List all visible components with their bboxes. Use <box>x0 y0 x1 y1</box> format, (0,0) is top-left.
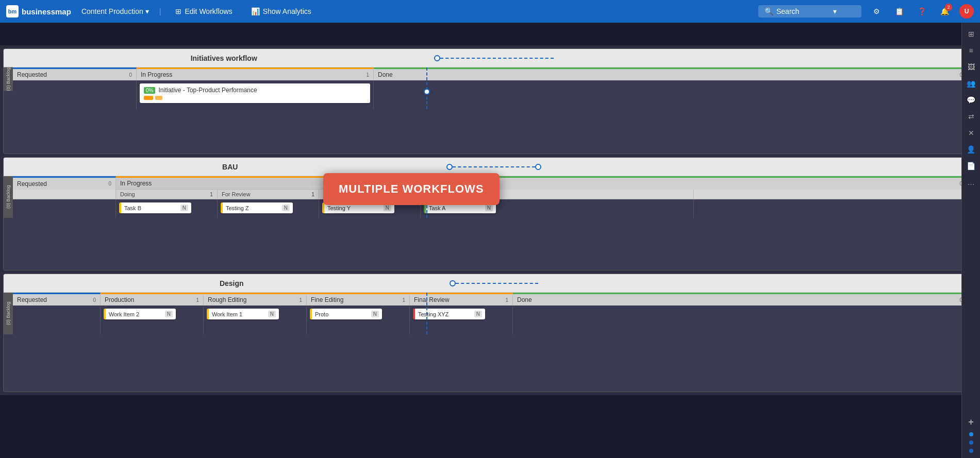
bau-done-header: Done 0 <box>420 176 967 190</box>
sidebar-person-icon[interactable]: 👤 <box>964 142 978 157</box>
show-analytics-button[interactable]: 📊 Show Analytics <box>247 5 315 18</box>
sidebar-more-icon[interactable]: … <box>964 175 978 190</box>
chevron-down-icon: ▾ <box>145 7 149 15</box>
sidebar-expand-icon[interactable]: ⊞ <box>964 27 978 41</box>
dot-orange <box>144 96 153 100</box>
show-analytics-label: Show Analytics <box>263 7 311 15</box>
grid-icon: ⊞ <box>175 7 181 15</box>
sidebar-transfer-icon[interactable]: ⇄ <box>964 109 978 124</box>
work-item-1-card[interactable]: Work Item 1 N <box>207 309 279 319</box>
wf-dashed-line <box>440 58 554 59</box>
testing-z-card[interactable]: Testing Z N <box>221 202 293 213</box>
design-fineediting-col: Proto N <box>307 306 410 334</box>
search-chevron: ▾ <box>833 7 837 15</box>
gear-icon: ⚙ <box>873 7 880 15</box>
design-workflow-title: Design <box>19 279 444 287</box>
initiatives-inprogress-header: In Progress 1 <box>137 67 374 80</box>
wf-circle-start <box>434 55 440 61</box>
sidebar-dot <box>969 440 973 445</box>
design-requested-header: Requested 0 <box>13 293 101 306</box>
clipboard-icon: 📋 <box>895 7 904 15</box>
initiatives-done-header: Done 0 <box>374 67 967 80</box>
sidebar-add-icon[interactable]: + <box>964 415 978 429</box>
design-fineediting-header: Fine Editing 1 <box>307 293 410 306</box>
initiatives-workflow-title: Initiatives workflow <box>19 54 429 62</box>
work-item-2-card[interactable]: Work Item 2 N <box>104 309 176 319</box>
settings-button[interactable]: ⚙ <box>869 4 884 19</box>
notifications-button[interactable]: 🔔 2 <box>937 4 952 19</box>
initiative-card[interactable]: 0% Initiative - Top-Product Performance <box>140 83 370 103</box>
sidebar-chat-icon[interactable]: 💬 <box>964 93 978 107</box>
logo-icon: bm <box>6 5 19 18</box>
sidebar-close-icon[interactable]: ✕ <box>964 126 978 140</box>
bau-wf-circle <box>446 164 453 170</box>
initiatives-requested-col <box>13 80 137 109</box>
dot-orange2 <box>155 96 162 100</box>
bau-requested-col <box>13 199 116 218</box>
analytics-icon: 📊 <box>251 7 260 15</box>
design-wf-circle <box>450 280 456 286</box>
design-backlog-label: (0) Backlog <box>4 293 13 334</box>
edit-workflows-label: Edit Workflows <box>185 7 232 15</box>
sidebar-dot2 <box>969 449 973 453</box>
top-navigation: bm businessmap Content Production ▾ | ⊞ … <box>0 0 980 23</box>
search-bar[interactable]: 🔍 Search ▾ <box>758 5 861 18</box>
nav-separator: | <box>159 7 161 15</box>
design-requested-col <box>13 306 101 334</box>
brand-logo[interactable]: bm businessmap <box>6 5 71 18</box>
design-production-header: Production 1 <box>101 293 204 306</box>
bau-doing-col: Task B N <box>116 199 218 218</box>
initiatives-line-circle <box>424 89 430 95</box>
task-b-card[interactable]: Task B N <box>119 202 191 213</box>
bau-forreview-subheader: For Review 1 <box>218 190 319 199</box>
bau-workflow-title: BAU <box>19 163 441 171</box>
bau-backlog-label: (0) Backlog <box>4 176 13 218</box>
initiative-title: Initiative - Top-Product Performance <box>158 87 257 94</box>
bau-forreview-col: Testing Z N <box>218 199 319 218</box>
sidebar-dot-active <box>969 432 973 436</box>
sidebar-people-icon[interactable]: 👥 <box>964 76 978 91</box>
progress-badge: 0% <box>144 87 155 94</box>
testing-xyz-card[interactable]: Testing XYZ N <box>413 309 485 319</box>
multiple-workflows-badge: MULTIPLE WORKFLOWS <box>323 173 500 205</box>
main-content: Initiatives workflow ⋮ (0) Backlog Reque… <box>0 45 980 395</box>
design-roughediting-header: Rough Editing 1 <box>204 293 307 306</box>
notification-badge: 2 <box>945 4 952 11</box>
initiatives-done-col <box>374 80 967 109</box>
bau-doing-subheader: Doing 1 <box>116 190 218 199</box>
brand-name: businessmap <box>22 7 71 16</box>
search-placeholder: Search <box>776 7 799 15</box>
nav-right: 🔍 Search ▾ ⚙ 📋 ❓ 🔔 2 U <box>758 4 974 19</box>
sidebar-image-icon[interactable]: 🖼 <box>964 60 978 74</box>
bau-wf-dashed <box>453 166 535 167</box>
design-production-col: Work Item 2 N <box>101 306 204 334</box>
initiatives-requested-header: Requested 0 <box>13 67 137 80</box>
workspace-dropdown[interactable]: Content Production ▾ <box>81 7 149 15</box>
edit-workflows-button[interactable]: ⊞ Edit Workflows <box>171 5 236 18</box>
initiatives-workflow-header: Initiatives workflow ⋮ <box>4 49 976 67</box>
initiatives-inprogress-col: 0% Initiative - Top-Product Performance <box>137 80 374 109</box>
bau-wf-circle2 <box>535 164 541 170</box>
design-roughediting-col: Work Item 1 N <box>204 306 307 334</box>
bau-done-col <box>694 199 967 218</box>
proto-card[interactable]: Proto N <box>310 309 382 319</box>
help-icon: ❓ <box>918 7 926 15</box>
sidebar-list-icon[interactable]: ≡ <box>964 43 978 58</box>
bau-requested-header: Requested 0 <box>13 176 116 190</box>
bau-workflow-section: BAU ⋮ MULTIPLE WORKFLOWS (0) Backlog <box>3 157 977 270</box>
initiatives-backlog-label: (0) Backlog <box>4 67 13 91</box>
multiple-workflows-text: MULTIPLE WORKFLOWS <box>339 182 484 195</box>
user-avatar[interactable]: U <box>959 4 974 19</box>
initiatives-workflow-section: Initiatives workflow ⋮ (0) Backlog Reque… <box>3 48 977 154</box>
design-wf-dashed <box>456 283 538 284</box>
right-sidebar: ⊞ ≡ 🖼 👥 💬 ⇄ ✕ 👤 📄 … + <box>961 23 980 458</box>
design-finalreview-col: Testing XYZ N <box>410 306 513 334</box>
clipboard-button[interactable]: 📋 <box>891 4 907 19</box>
design-done-col <box>513 306 967 334</box>
workspace-name: Content Production <box>81 7 143 15</box>
sidebar-doc-icon[interactable]: 📄 <box>964 159 978 173</box>
design-workflow-header: Design ⋮ <box>4 274 976 293</box>
design-finalreview-header: Final Review 1 <box>410 293 513 306</box>
design-workflow-section: Design ⋮ (0) Backlog Requested 0 <box>3 274 977 392</box>
help-button[interactable]: ❓ <box>914 4 929 19</box>
